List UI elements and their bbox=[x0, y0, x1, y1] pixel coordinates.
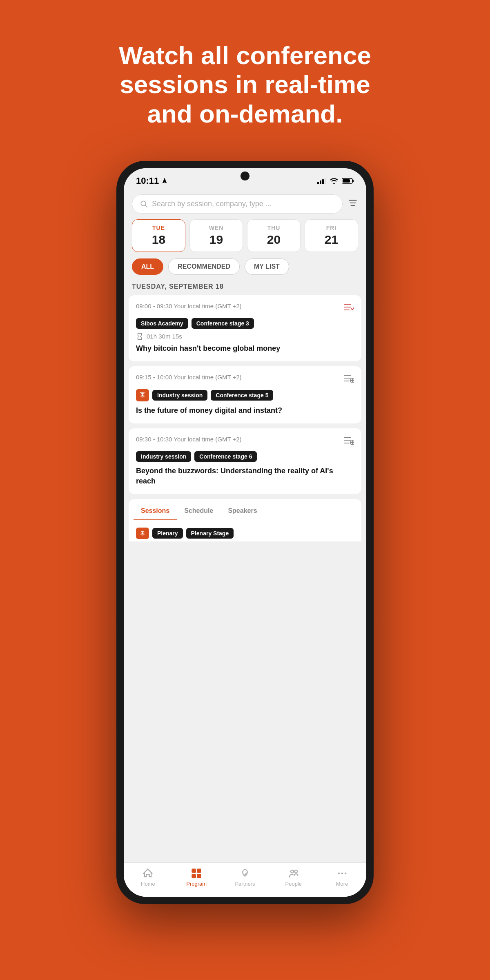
search-bar-row: Search by session, company, type ... bbox=[124, 190, 366, 219]
tag-sibos-academy: Sibos Academy bbox=[136, 318, 188, 329]
svg-rect-31 bbox=[192, 874, 196, 878]
sub-tabs-row: Sessions Schedule Speakers bbox=[129, 502, 361, 520]
list-check-icon bbox=[343, 303, 354, 312]
session-3-header: 09:30 - 10:30 Your local time (GMT +2) bbox=[136, 436, 354, 446]
session-card-2[interactable]: 09:15 - 10:00 Your local time (GMT +2) bbox=[129, 366, 361, 423]
tab-more-label: More bbox=[336, 881, 348, 887]
tab-home[interactable]: Home bbox=[124, 868, 172, 887]
svg-point-21 bbox=[142, 394, 144, 396]
tag-plenary-stage: Plenary Stage bbox=[186, 528, 234, 539]
tab-home-label: Home bbox=[141, 881, 155, 887]
svg-point-35 bbox=[338, 873, 340, 875]
tab-program-label: Program bbox=[186, 881, 207, 887]
hourglass-icon bbox=[136, 333, 143, 340]
live-signal-icon-2 bbox=[139, 530, 146, 536]
filter-icon[interactable] bbox=[347, 198, 358, 210]
day-number-thu: 20 bbox=[267, 233, 281, 247]
svg-point-28 bbox=[142, 532, 144, 535]
svg-rect-30 bbox=[197, 869, 201, 873]
session-3-action[interactable] bbox=[343, 436, 354, 446]
phone-screen: 10:11 bbox=[124, 168, 366, 897]
session-3-time: 09:30 - 10:30 Your local time (GMT +2) bbox=[136, 436, 242, 443]
svg-rect-5 bbox=[352, 180, 354, 182]
partners-icon bbox=[239, 868, 251, 879]
session-2-time: 09:15 - 10:00 Your local time (GMT +2) bbox=[136, 374, 242, 381]
tag-conference-stage-6: Conference stage 6 bbox=[194, 451, 257, 462]
tag-industry-session-2: Industry session bbox=[152, 390, 207, 401]
day-item-wen[interactable]: WEN 19 bbox=[189, 219, 243, 252]
day-label-tue: TUE bbox=[152, 225, 165, 231]
camera-notch bbox=[241, 172, 249, 180]
status-time: 10:11 bbox=[136, 176, 168, 186]
home-icon bbox=[142, 868, 154, 879]
day-number-fri: 21 bbox=[325, 233, 338, 247]
list-add-icon-2 bbox=[343, 374, 354, 383]
search-bar[interactable]: Search by session, company, type ... bbox=[132, 194, 343, 214]
partial-session-preview: Plenary Plenary Stage bbox=[129, 523, 361, 541]
session-1-action[interactable] bbox=[343, 303, 354, 313]
live-signal-icon bbox=[139, 392, 146, 398]
session-1-header: 09:00 - 09:30 Your local time (GMT +2) bbox=[136, 303, 354, 313]
session-card-1[interactable]: 09:00 - 09:30 Your local time (GMT +2) S… bbox=[129, 295, 361, 361]
sub-tab-sessions[interactable]: Sessions bbox=[134, 502, 177, 520]
day-number-tue: 18 bbox=[152, 233, 165, 247]
day-number-wen: 19 bbox=[209, 233, 223, 247]
filter-tab-recommended[interactable]: RECOMMENDED bbox=[168, 258, 240, 275]
svg-rect-6 bbox=[343, 179, 350, 183]
svg-point-37 bbox=[344, 873, 346, 875]
session-2-header: 09:15 - 10:00 Your local time (GMT +2) bbox=[136, 374, 354, 384]
svg-point-33 bbox=[291, 870, 294, 873]
live-icon-2 bbox=[136, 389, 149, 401]
more-icon bbox=[336, 868, 348, 879]
search-icon bbox=[140, 200, 148, 208]
tab-partners[interactable]: Partners bbox=[221, 868, 270, 887]
svg-rect-2 bbox=[322, 179, 324, 184]
session-card-3[interactable]: 09:30 - 10:30 Your local time (GMT +2) bbox=[129, 428, 361, 494]
day-item-tue[interactable]: TUE 18 bbox=[132, 219, 185, 252]
tag-conference-stage-5: Conference stage 5 bbox=[211, 390, 273, 401]
day-label-thu: THU bbox=[267, 225, 281, 231]
session-1-tags: Sibos Academy Conference stage 3 bbox=[136, 318, 354, 329]
svg-rect-29 bbox=[192, 869, 196, 873]
day-item-thu[interactable]: THU 20 bbox=[247, 219, 301, 252]
people-icon bbox=[288, 868, 299, 879]
session-1-title: Why bitcoin hasn't become global money bbox=[136, 343, 354, 353]
day-label-wen: WEN bbox=[209, 225, 224, 231]
session-3-tags: Industry session Conference stage 6 bbox=[136, 451, 354, 462]
session-2-title: Is the future of money digital and insta… bbox=[136, 405, 354, 415]
svg-rect-1 bbox=[320, 180, 321, 184]
filter-tab-mylist[interactable]: MY LIST bbox=[245, 258, 289, 275]
day-item-fri[interactable]: FRI 21 bbox=[305, 219, 358, 252]
session-2-tags: Industry session Conference stage 5 bbox=[136, 389, 354, 401]
tab-people-label: People bbox=[285, 881, 302, 887]
svg-rect-3 bbox=[325, 178, 326, 184]
sub-tab-speakers[interactable]: Speakers bbox=[220, 502, 264, 520]
filter-tab-all[interactable]: ALL bbox=[132, 258, 163, 275]
session-2-action[interactable] bbox=[343, 374, 354, 384]
search-placeholder: Search by session, company, type ... bbox=[152, 200, 272, 208]
svg-point-36 bbox=[341, 873, 343, 875]
tag-conference-stage-3: Conference stage 3 bbox=[192, 318, 254, 329]
date-heading: TUESDAY, SEPTEMBER 18 bbox=[124, 281, 366, 295]
wifi-icon bbox=[330, 178, 339, 184]
phone-mockup: 10:11 bbox=[116, 161, 374, 904]
sub-tab-schedule[interactable]: Schedule bbox=[177, 502, 220, 520]
tab-more[interactable]: More bbox=[318, 868, 366, 887]
session-3-title: Beyond the buzzwords: Understanding the … bbox=[136, 466, 354, 486]
tab-people[interactable]: People bbox=[269, 868, 318, 887]
navigation-icon bbox=[161, 178, 168, 184]
day-label-fri: FRI bbox=[326, 225, 337, 231]
sessions-list: 09:00 - 09:30 Your local time (GMT +2) S… bbox=[124, 295, 366, 862]
hero-title: Watch all conference sessions in real-ti… bbox=[61, 0, 429, 153]
session-1-time: 09:00 - 09:30 Your local time (GMT +2) bbox=[136, 303, 242, 310]
svg-rect-32 bbox=[197, 874, 201, 878]
svg-point-34 bbox=[294, 870, 297, 873]
bottom-tabs: Home Program Partners bbox=[124, 862, 366, 897]
live-icon-partial bbox=[136, 528, 149, 539]
status-icons bbox=[317, 178, 354, 184]
day-selector: TUE 18 WEN 19 THU 20 FRI 21 bbox=[124, 219, 366, 258]
filter-tabs: ALL RECOMMENDED MY LIST bbox=[124, 258, 366, 281]
svg-rect-0 bbox=[317, 182, 319, 184]
tab-program[interactable]: Program bbox=[172, 868, 221, 887]
program-icon bbox=[191, 868, 202, 879]
